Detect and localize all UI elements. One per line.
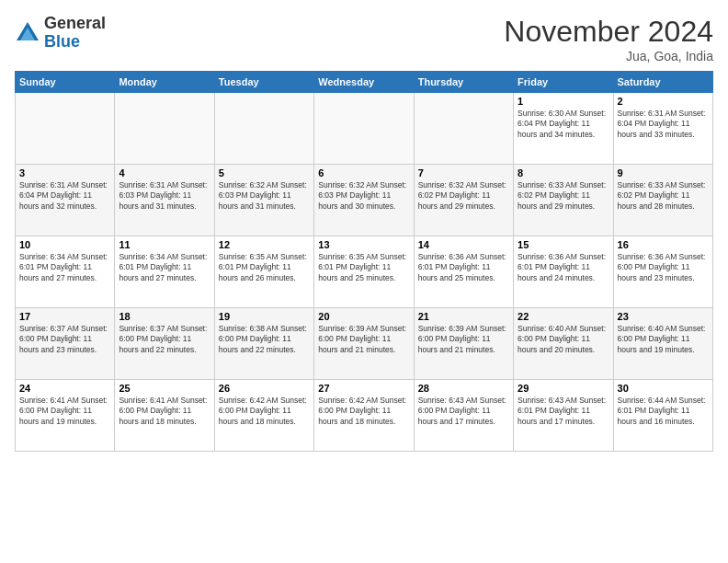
calendar-week-1: 3Sunrise: 6:31 AM Sunset: 6:04 PM Daylig…	[16, 165, 713, 236]
day-info: Sunrise: 6:34 AM Sunset: 6:01 PM Dayligh…	[19, 252, 110, 283]
day-number: 30	[618, 383, 709, 394]
day-info: Sunrise: 6:39 AM Sunset: 6:00 PM Dayligh…	[418, 324, 509, 355]
day-number: 8	[518, 167, 609, 178]
header-sunday: Sunday	[16, 72, 115, 93]
calendar-cell: 25Sunrise: 6:41 AM Sunset: 6:00 PM Dayli…	[115, 380, 214, 452]
calendar-week-0: 1Sunrise: 6:30 AM Sunset: 6:04 PM Daylig…	[16, 93, 713, 165]
header-saturday: Saturday	[613, 72, 712, 93]
calendar-cell: 16Sunrise: 6:36 AM Sunset: 6:00 PM Dayli…	[613, 236, 712, 308]
day-info: Sunrise: 6:35 AM Sunset: 6:01 PM Dayligh…	[219, 252, 310, 283]
day-number: 15	[518, 239, 609, 250]
calendar-cell: 28Sunrise: 6:43 AM Sunset: 6:00 PM Dayli…	[414, 380, 513, 452]
title-block: November 2024 Jua, Goa, India	[504, 15, 713, 63]
calendar-cell: 26Sunrise: 6:42 AM Sunset: 6:00 PM Dayli…	[214, 380, 313, 452]
calendar-cell: 18Sunrise: 6:37 AM Sunset: 6:00 PM Dayli…	[115, 308, 214, 380]
calendar-cell	[214, 93, 313, 165]
calendar-cell: 21Sunrise: 6:39 AM Sunset: 6:00 PM Dayli…	[414, 308, 513, 380]
day-number: 22	[518, 311, 609, 322]
calendar-cell: 5Sunrise: 6:32 AM Sunset: 6:03 PM Daylig…	[214, 165, 313, 236]
day-number: 25	[119, 383, 210, 394]
calendar-cell: 2Sunrise: 6:31 AM Sunset: 6:04 PM Daylig…	[613, 93, 712, 165]
day-info: Sunrise: 6:37 AM Sunset: 6:00 PM Dayligh…	[119, 324, 210, 355]
calendar-cell: 17Sunrise: 6:37 AM Sunset: 6:00 PM Dayli…	[16, 308, 115, 380]
calendar-cell	[115, 93, 214, 165]
day-info: Sunrise: 6:30 AM Sunset: 6:04 PM Dayligh…	[518, 109, 609, 140]
day-number: 21	[418, 311, 509, 322]
page: General Blue November 2024 Jua, Goa, Ind…	[0, 0, 728, 563]
logo-general: General	[44, 14, 106, 32]
day-info: Sunrise: 6:39 AM Sunset: 6:00 PM Dayligh…	[318, 324, 409, 355]
day-info: Sunrise: 6:41 AM Sunset: 6:00 PM Dayligh…	[119, 396, 210, 427]
calendar-cell: 30Sunrise: 6:44 AM Sunset: 6:01 PM Dayli…	[613, 380, 712, 452]
calendar-cell: 1Sunrise: 6:30 AM Sunset: 6:04 PM Daylig…	[514, 93, 613, 165]
day-number: 19	[219, 311, 310, 322]
calendar-week-3: 17Sunrise: 6:37 AM Sunset: 6:00 PM Dayli…	[16, 308, 713, 380]
day-number: 16	[618, 239, 709, 250]
calendar-cell: 15Sunrise: 6:36 AM Sunset: 6:01 PM Dayli…	[514, 236, 613, 308]
day-info: Sunrise: 6:43 AM Sunset: 6:01 PM Dayligh…	[518, 396, 609, 427]
location: Jua, Goa, India	[504, 49, 713, 63]
day-number: 29	[518, 383, 609, 394]
day-number: 7	[418, 167, 509, 178]
day-info: Sunrise: 6:31 AM Sunset: 6:03 PM Dayligh…	[119, 180, 210, 212]
day-info: Sunrise: 6:36 AM Sunset: 6:01 PM Dayligh…	[418, 252, 509, 283]
calendar-cell: 20Sunrise: 6:39 AM Sunset: 6:00 PM Dayli…	[314, 308, 414, 380]
header: General Blue November 2024 Jua, Goa, Ind…	[15, 15, 713, 63]
calendar-cell: 23Sunrise: 6:40 AM Sunset: 6:00 PM Dayli…	[613, 308, 712, 380]
day-number: 6	[318, 167, 409, 178]
calendar-cell: 4Sunrise: 6:31 AM Sunset: 6:03 PM Daylig…	[115, 165, 214, 236]
logo-text: General Blue	[44, 15, 106, 52]
day-number: 18	[119, 311, 210, 322]
day-info: Sunrise: 6:34 AM Sunset: 6:01 PM Dayligh…	[119, 252, 210, 283]
calendar-cell: 7Sunrise: 6:32 AM Sunset: 6:02 PM Daylig…	[414, 165, 513, 236]
day-info: Sunrise: 6:33 AM Sunset: 6:02 PM Dayligh…	[618, 180, 709, 212]
day-number: 3	[19, 167, 110, 178]
calendar-cell: 29Sunrise: 6:43 AM Sunset: 6:01 PM Dayli…	[514, 380, 613, 452]
calendar-cell: 11Sunrise: 6:34 AM Sunset: 6:01 PM Dayli…	[115, 236, 214, 308]
day-number: 14	[418, 239, 509, 250]
day-number: 26	[219, 383, 310, 394]
header-wednesday: Wednesday	[314, 72, 414, 93]
day-info: Sunrise: 6:32 AM Sunset: 6:02 PM Dayligh…	[418, 180, 509, 212]
day-number: 17	[19, 311, 110, 322]
calendar-header-row: Sunday Monday Tuesday Wednesday Thursday…	[16, 72, 713, 93]
day-number: 10	[19, 239, 110, 250]
header-friday: Friday	[514, 72, 613, 93]
day-number: 27	[318, 383, 409, 394]
day-info: Sunrise: 6:38 AM Sunset: 6:00 PM Dayligh…	[219, 324, 310, 355]
calendar-cell: 12Sunrise: 6:35 AM Sunset: 6:01 PM Dayli…	[214, 236, 313, 308]
day-number: 28	[418, 383, 509, 394]
calendar-cell: 10Sunrise: 6:34 AM Sunset: 6:01 PM Dayli…	[16, 236, 115, 308]
day-info: Sunrise: 6:42 AM Sunset: 6:00 PM Dayligh…	[318, 396, 409, 427]
day-number: 9	[618, 167, 709, 178]
day-number: 5	[219, 167, 310, 178]
header-monday: Monday	[115, 72, 214, 93]
day-info: Sunrise: 6:42 AM Sunset: 6:00 PM Dayligh…	[219, 396, 310, 427]
day-info: Sunrise: 6:40 AM Sunset: 6:00 PM Dayligh…	[618, 324, 709, 355]
calendar-cell: 9Sunrise: 6:33 AM Sunset: 6:02 PM Daylig…	[613, 165, 712, 236]
calendar-cell: 14Sunrise: 6:36 AM Sunset: 6:01 PM Dayli…	[414, 236, 513, 308]
day-info: Sunrise: 6:40 AM Sunset: 6:00 PM Dayligh…	[518, 324, 609, 355]
calendar-cell: 19Sunrise: 6:38 AM Sunset: 6:00 PM Dayli…	[214, 308, 313, 380]
month-title: November 2024	[504, 15, 713, 49]
calendar-week-4: 24Sunrise: 6:41 AM Sunset: 6:00 PM Dayli…	[16, 380, 713, 452]
calendar-cell: 6Sunrise: 6:32 AM Sunset: 6:03 PM Daylig…	[314, 165, 414, 236]
day-info: Sunrise: 6:35 AM Sunset: 6:01 PM Dayligh…	[318, 252, 409, 283]
calendar-week-2: 10Sunrise: 6:34 AM Sunset: 6:01 PM Dayli…	[16, 236, 713, 308]
logo-blue: Blue	[44, 32, 80, 51]
day-number: 11	[119, 239, 210, 250]
day-info: Sunrise: 6:36 AM Sunset: 6:01 PM Dayligh…	[518, 252, 609, 283]
day-number: 1	[518, 96, 609, 107]
day-info: Sunrise: 6:37 AM Sunset: 6:00 PM Dayligh…	[19, 324, 110, 355]
day-info: Sunrise: 6:31 AM Sunset: 6:04 PM Dayligh…	[618, 109, 709, 140]
day-number: 23	[618, 311, 709, 322]
day-number: 24	[19, 383, 110, 394]
day-number: 2	[618, 96, 709, 107]
logo: General Blue	[15, 15, 106, 52]
day-info: Sunrise: 6:44 AM Sunset: 6:01 PM Dayligh…	[618, 396, 709, 427]
header-thursday: Thursday	[414, 72, 513, 93]
day-info: Sunrise: 6:31 AM Sunset: 6:04 PM Dayligh…	[19, 180, 110, 212]
calendar-cell	[16, 93, 115, 165]
header-tuesday: Tuesday	[214, 72, 313, 93]
day-number: 13	[318, 239, 409, 250]
